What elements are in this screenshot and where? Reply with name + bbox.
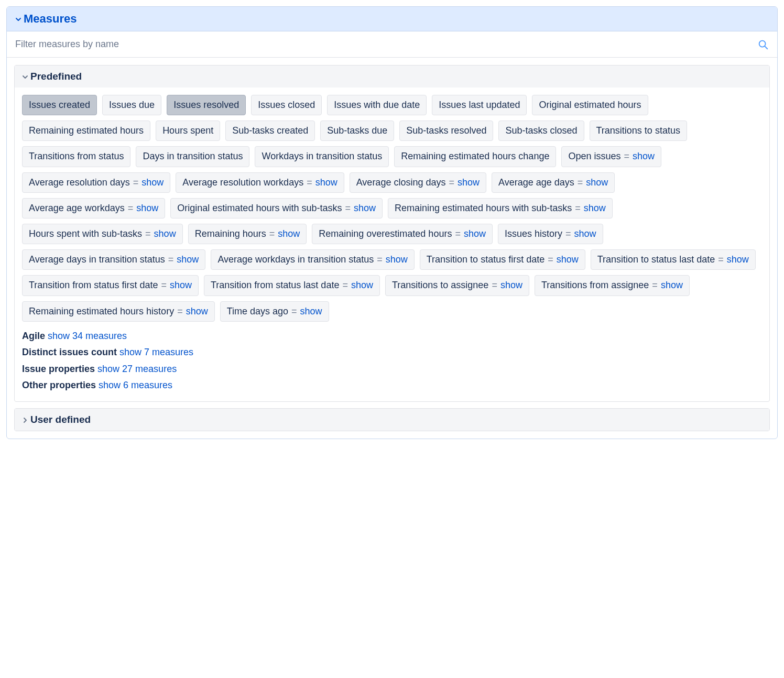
measure-chip[interactable]: Time days ago = show	[220, 301, 329, 322]
measure-chip[interactable]: Remaining estimated hours	[22, 121, 150, 141]
chip-show-link[interactable]: show	[727, 253, 749, 266]
chip-show-link[interactable]: show	[584, 202, 606, 215]
measure-chip[interactable]: Issues created	[22, 95, 97, 115]
measure-chip[interactable]: Sub-tasks due	[320, 121, 394, 141]
chip-show-link[interactable]: show	[661, 279, 683, 292]
chip-show-link[interactable]: show	[633, 150, 655, 163]
equals-sign: =	[548, 253, 553, 266]
measure-chip[interactable]: Average closing days = show	[350, 172, 486, 193]
measure-chip[interactable]: Issues due	[102, 95, 161, 115]
measure-chip[interactable]: Average days in transition status = show	[22, 249, 205, 270]
chip-show-link[interactable]: show	[170, 279, 192, 292]
chip-show-link[interactable]: show	[557, 253, 579, 266]
chip-show-link[interactable]: show	[177, 253, 199, 266]
chip-show-link[interactable]: show	[458, 176, 480, 189]
equals-sign: =	[449, 176, 454, 189]
measure-chip[interactable]: Issues resolved	[167, 95, 246, 115]
chip-show-link[interactable]: show	[315, 176, 337, 189]
section-header-predefined[interactable]: Predefined	[15, 65, 769, 88]
measure-chip[interactable]: Sub-tasks resolved	[399, 121, 493, 141]
equals-sign: =	[575, 202, 581, 215]
panel-title: Measures	[24, 12, 77, 26]
chip-show-link[interactable]: show	[278, 227, 300, 240]
measure-chip[interactable]: Remaining overestimated hours = show	[312, 224, 493, 244]
chip-show-link[interactable]: show	[386, 253, 408, 266]
measure-chip[interactable]: Hours spent with sub-tasks = show	[22, 224, 183, 244]
chevron-down-icon	[15, 16, 20, 21]
sub-category-link[interactable]: show 34 measures	[48, 331, 127, 341]
measure-chip[interactable]: Transitions from status	[22, 146, 130, 167]
chip-label: Transition to status first date	[427, 253, 545, 266]
measure-chip[interactable]: Remaining estimated hours change	[394, 146, 556, 167]
measure-chip[interactable]: Transition to status first date = show	[420, 249, 585, 270]
measure-chip[interactable]: Open issues = show	[561, 146, 661, 167]
filter-input[interactable]	[15, 39, 757, 50]
chip-label: Average days in transition status	[29, 253, 165, 266]
measure-chip[interactable]: Average resolution days = show	[22, 172, 170, 193]
section-header-user-defined[interactable]: User defined	[15, 409, 769, 431]
measure-chip[interactable]: Days in transition status	[136, 146, 249, 167]
chip-show-link[interactable]: show	[136, 202, 158, 215]
measure-chip[interactable]: Transition from status first date = show	[22, 275, 199, 296]
chip-show-link[interactable]: show	[500, 279, 522, 292]
sub-categories: Agile show 34 measuresDistinct issues co…	[22, 328, 762, 394]
measure-chip[interactable]: Original estimated hours	[532, 95, 648, 115]
chip-show-link[interactable]: show	[154, 227, 176, 240]
chip-show-link[interactable]: show	[464, 227, 486, 240]
chip-label: Hours spent with sub-tasks	[29, 227, 142, 240]
sub-category-link[interactable]: show 27 measures	[97, 364, 177, 374]
measure-chip[interactable]: Issues last updated	[432, 95, 527, 115]
measure-chip[interactable]: Transitions from assignee = show	[535, 275, 690, 296]
chip-show-link[interactable]: show	[574, 227, 596, 240]
sub-category-row: Other properties show 6 measures	[22, 377, 762, 394]
measure-chip[interactable]: Transitions to status	[590, 121, 687, 141]
chip-show-link[interactable]: show	[586, 176, 608, 189]
chip-label: Average workdays in transition status	[217, 253, 374, 266]
measure-chip[interactable]: Average workdays in transition status = …	[211, 249, 414, 270]
measure-chip[interactable]: Average age days = show	[492, 172, 615, 193]
chip-show-link[interactable]: show	[354, 202, 376, 215]
section-predefined: Predefined Issues createdIssues dueIssue…	[14, 65, 770, 402]
measure-chip[interactable]: Remaining estimated hours with sub-tasks…	[388, 198, 613, 218]
chip-label: Original estimated hours	[539, 99, 641, 112]
measure-chip[interactable]: Hours spent	[156, 121, 220, 141]
chip-show-link[interactable]: show	[141, 176, 164, 189]
chip-label: Issues closed	[258, 99, 315, 112]
chip-show-link[interactable]: show	[351, 279, 373, 292]
measure-chip[interactable]: Issues history = show	[498, 224, 603, 244]
chip-label: Issues with due date	[334, 99, 420, 112]
equals-sign: =	[145, 227, 151, 240]
measure-chip[interactable]: Average age workdays = show	[22, 198, 165, 218]
chevron-down-icon	[22, 74, 27, 79]
measure-chip[interactable]: Original estimated hours with sub-tasks …	[170, 198, 383, 218]
chip-show-link[interactable]: show	[300, 305, 322, 318]
measure-chip[interactable]: Transition from status last date = show	[204, 275, 380, 296]
equals-sign: =	[455, 227, 461, 240]
measure-chip[interactable]: Remaining hours = show	[188, 224, 307, 244]
chip-label: Sub-tasks closed	[505, 124, 577, 137]
section-title: Predefined	[30, 71, 82, 82]
chip-label: Transition from status last date	[211, 279, 339, 292]
measure-chip[interactable]: Remaining estimated hours history = show	[22, 301, 215, 322]
measure-chip[interactable]: Transition to status last date = show	[591, 249, 756, 270]
measure-chip[interactable]: Issues closed	[251, 95, 322, 115]
sub-category-link[interactable]: show 7 measures	[119, 347, 193, 357]
measure-chip[interactable]: Issues with due date	[327, 95, 427, 115]
chip-label: Issues history	[505, 227, 562, 240]
chip-label: Remaining estimated hours change	[401, 150, 549, 163]
measure-chip[interactable]: Sub-tasks closed	[498, 121, 584, 141]
equals-sign: =	[307, 176, 312, 189]
chip-label: Average resolution days	[29, 176, 130, 189]
panel-header[interactable]: Measures	[7, 7, 777, 31]
sub-category-link[interactable]: show 6 measures	[99, 380, 172, 390]
sub-category-label: Agile	[22, 331, 48, 341]
measure-chip[interactable]: Workdays in transition status	[255, 146, 389, 167]
measure-chip[interactable]: Sub-tasks created	[225, 121, 315, 141]
equals-sign: =	[492, 279, 497, 292]
search-icon[interactable]	[757, 39, 769, 50]
chip-label: Sub-tasks created	[232, 124, 308, 137]
equals-sign: =	[161, 279, 167, 292]
measure-chip[interactable]: Average resolution workdays = show	[176, 172, 344, 193]
measure-chip[interactable]: Transitions to assignee = show	[385, 275, 529, 296]
chip-show-link[interactable]: show	[186, 305, 208, 318]
